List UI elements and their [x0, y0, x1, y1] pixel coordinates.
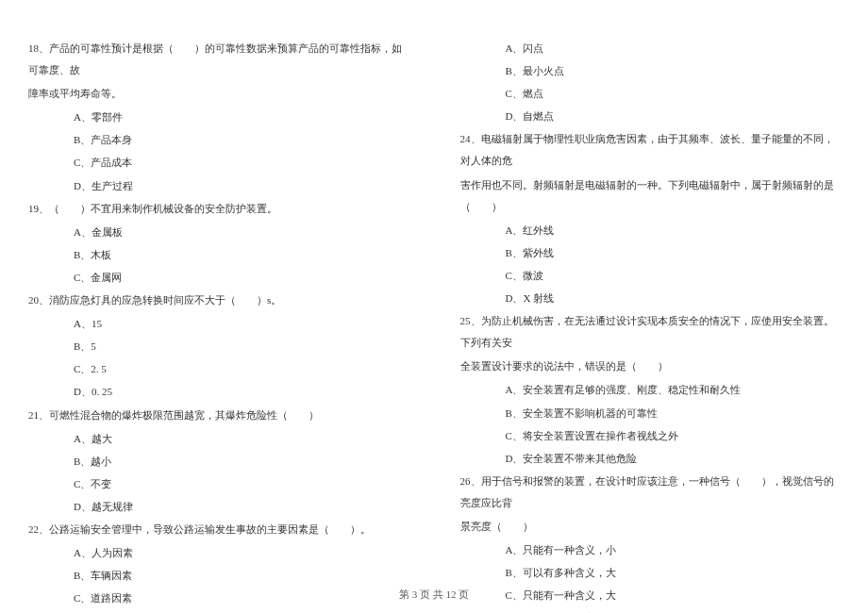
- q19-opt-c: C、金属网: [28, 267, 409, 289]
- q26-stem-cont: 景亮度（ ）: [460, 516, 841, 538]
- q19-stem: 19、（ ）不宜用来制作机械设备的安全防护装置。: [28, 198, 409, 220]
- q19-opt-b: B、木板: [28, 244, 409, 266]
- q22-opt-a: A、人为因素: [28, 542, 409, 564]
- q26-opt-b: B、可以有多种含义，大: [460, 562, 841, 584]
- q20-opt-c: C、2. 5: [28, 358, 409, 380]
- q23-opt-d: D、自燃点: [460, 106, 841, 127]
- q24-opt-c: C、微波: [460, 265, 841, 287]
- two-column-layout: 18、产品的可靠性预计是根据（ ）的可靠性数据来预算产品的可靠性指标，如可靠度、…: [28, 38, 840, 575]
- q21-opt-a: A、越大: [28, 428, 409, 450]
- q18-opt-c: C、产品成本: [28, 152, 409, 174]
- q21-opt-c: C、不变: [28, 473, 409, 495]
- q25-stem: 25、为防止机械伤害，在无法通过设计实现本质安全的情况下，应使用安全装置。下列有…: [460, 310, 841, 354]
- q25-opt-a: A、安全装置有足够的强度、刚度、稳定性和耐久性: [460, 379, 841, 401]
- left-column: 18、产品的可靠性预计是根据（ ）的可靠性数据来预算产品的可靠性指标，如可靠度、…: [28, 38, 409, 575]
- q24-opt-a: A、红外线: [460, 220, 841, 241]
- page-footer: 第 3 页 共 12 页: [0, 588, 868, 602]
- q23-opt-a: A、闪点: [460, 38, 841, 59]
- q26-opt-a: A、只能有一种含义，小: [460, 539, 841, 561]
- q18-opt-a: A、零部件: [28, 107, 409, 128]
- q23-opt-b: B、最小火点: [460, 60, 841, 82]
- q24-opt-d: D、X 射线: [460, 288, 841, 309]
- q22-opt-b: B、车辆因素: [28, 565, 409, 587]
- q21-stem: 21、可燃性混合物的爆炸极限范围越宽，其爆炸危险性（ ）: [28, 405, 409, 426]
- q21-opt-d: D、越无规律: [28, 496, 409, 518]
- q18-opt-d: D、生产过程: [28, 175, 409, 197]
- q24-stem-cont: 害作用也不同。射频辐射是电磁辐射的一种。下列电磁辐射中，属于射频辐射的是（ ）: [460, 174, 841, 218]
- q24-opt-b: B、紫外线: [460, 242, 841, 264]
- q26-opt-d: D、尽量有多种含义，小: [460, 607, 841, 613]
- q20-opt-b: B、5: [28, 336, 409, 357]
- q25-opt-d: D、安全装置不带来其他危险: [460, 448, 841, 470]
- q18-stem-cont: 障率或平均寿命等。: [28, 83, 409, 105]
- q20-stem: 20、消防应急灯具的应急转换时间应不大于（ ）s。: [28, 290, 409, 311]
- q18-stem: 18、产品的可靠性预计是根据（ ）的可靠性数据来预算产品的可靠性指标，如可靠度、…: [28, 38, 409, 81]
- q25-stem-cont: 全装置设计要求的说法中，错误的是（ ）: [460, 356, 841, 377]
- right-column: A、闪点 B、最小火点 C、燃点 D、自燃点 24、电磁辐射属于物理性职业病危害…: [460, 38, 841, 575]
- q23-opt-c: C、燃点: [460, 83, 841, 105]
- q20-opt-a: A、15: [28, 313, 409, 335]
- q18-opt-b: B、产品本身: [28, 129, 409, 151]
- q21-opt-b: B、越小: [28, 451, 409, 472]
- q26-stem: 26、用于信号和报警的装置，在设计时应该注意，一种信号（ ），视觉信号的亮度应比…: [460, 471, 841, 514]
- q25-opt-b: B、安全装置不影响机器的可靠性: [460, 403, 841, 424]
- q24-stem: 24、电磁辐射属于物理性职业病危害因素，由于其频率、波长、量子能量的不同，对人体…: [460, 128, 841, 172]
- q25-opt-c: C、将安全装置设置在操作者视线之外: [460, 425, 841, 447]
- q22-stem: 22、公路运输安全管理中，导致公路运输发生事故的主要因素是（ ）。: [28, 519, 409, 540]
- q20-opt-d: D、0. 25: [28, 381, 409, 403]
- q19-opt-a: A、金属板: [28, 222, 409, 243]
